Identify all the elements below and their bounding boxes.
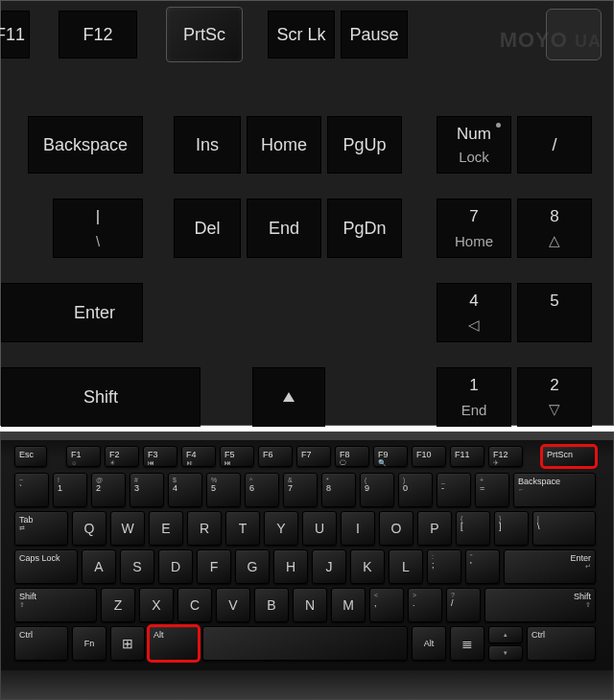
lkey-f9[interactable]: F9🔍 <box>373 446 408 467</box>
key-backspace[interactable]: Backspace <box>28 116 143 174</box>
lkey-d[interactable]: D <box>158 549 193 584</box>
lkey-f12[interactable]: F12✈ <box>488 446 523 467</box>
lkey-lshift[interactable]: Shift⇧ <box>14 588 97 622</box>
lkey-5[interactable]: %5 <box>206 473 241 507</box>
lkey-1[interactable]: !1 <box>53 473 87 507</box>
lkey-i[interactable]: I <box>341 511 375 546</box>
lkey-t[interactable]: T <box>225 511 260 546</box>
lkey-equals[interactable]: += <box>475 473 509 507</box>
lkey-2[interactable]: @2 <box>91 473 126 507</box>
lkey-e[interactable]: E <box>149 511 183 546</box>
lkey-rshift[interactable]: Shift⇧ <box>484 588 596 622</box>
key-f12[interactable]: F12 <box>59 11 137 58</box>
lkey-p[interactable]: P <box>417 511 452 546</box>
lkey-f4[interactable]: F4⏯ <box>181 446 216 467</box>
lkey-6[interactable]: ^6 <box>245 473 279 507</box>
lkey-v II[interactable]: V <box>216 588 250 622</box>
lkey-w[interactable]: W <box>110 511 145 546</box>
lkey-j[interactable]: J <box>312 549 346 584</box>
lkey-r[interactable]: R <box>187 511 222 546</box>
lkey-o[interactable]: O <box>379 511 413 546</box>
lkey-space[interactable] <box>202 626 408 661</box>
lkey-tab[interactable]: Tab⇄ <box>14 511 68 546</box>
key-up-arrow[interactable] <box>252 367 325 427</box>
key-num1[interactable]: 1End <box>437 367 511 427</box>
lkey-prtscn[interactable]: PrtScn <box>542 446 596 467</box>
lkey-backslash[interactable]: |\ <box>532 511 596 546</box>
lkey-b[interactable]: B <box>254 588 289 622</box>
key-pause[interactable]: Pause <box>341 11 408 58</box>
lkey-m[interactable]: M <box>331 588 366 622</box>
key-enter[interactable]: Enter <box>1 283 143 342</box>
key-num5[interactable]: 5 <box>517 283 592 342</box>
lkey-fn[interactable]: Fn <box>72 626 106 661</box>
lkey-semicolon[interactable]: :; <box>427 549 461 584</box>
key-pgdn[interactable]: PgDn <box>327 198 402 258</box>
lkey-menu[interactable]: ≣ <box>450 626 484 661</box>
lkey-f8[interactable]: F8🖵 <box>335 446 369 467</box>
lkey-esc[interactable]: Esc <box>14 446 47 467</box>
lkey-enter[interactable]: Enter↵ <box>504 549 596 584</box>
lkey-alt[interactable]: Alt <box>149 626 199 661</box>
lkey-f7[interactable]: F7 <box>296 446 331 467</box>
lkey-l[interactable]: L <box>389 549 423 584</box>
lkey-x[interactable]: X <box>139 588 174 622</box>
key-numlock[interactable]: NumLock <box>437 116 511 174</box>
lkey-4[interactable]: $4 <box>168 473 202 507</box>
key-shift[interactable]: Shift <box>1 367 201 427</box>
lkey-lbracket[interactable]: {[ <box>456 511 490 546</box>
lkey-y[interactable]: Y <box>264 511 298 546</box>
lkey-z[interactable]: Z <box>101 588 135 622</box>
key-scrlk[interactable]: Scr Lk <box>268 11 335 58</box>
key-num8[interactable]: 8△ <box>517 198 592 258</box>
key-prtsc[interactable]: PrtSc <box>166 7 243 62</box>
lkey-quote[interactable]: "' <box>465 549 500 584</box>
lkey-lctrl[interactable]: Ctrl <box>14 626 68 661</box>
lkey-f11[interactable]: F11 <box>450 446 484 467</box>
lkey-comma[interactable]: <, <box>369 588 404 622</box>
lkey-s[interactable]: S <box>120 549 154 584</box>
lkey-capslock[interactable]: Caps Lock <box>14 549 78 584</box>
key-slash[interactable]: / <box>517 116 592 174</box>
lkey-f1[interactable]: F1☼ <box>66 446 101 467</box>
lkey-7[interactable]: &7 <box>283 473 318 507</box>
key-ins[interactable]: Ins <box>174 116 241 174</box>
lkey-f5[interactable]: F5⏭ <box>220 446 254 467</box>
lkey-minus[interactable]: _- <box>437 473 471 507</box>
lkey-up[interactable]: ▴ <box>488 626 523 643</box>
key-backslash[interactable]: |\ <box>53 198 143 258</box>
lkey-c[interactable]: C <box>177 588 212 622</box>
key-home[interactable]: Home <box>247 116 321 174</box>
lkey-3[interactable]: #3 <box>130 473 164 507</box>
lkey-a[interactable]: A <box>82 549 116 584</box>
lkey-u[interactable]: U <box>302 511 337 546</box>
key-end[interactable]: End <box>247 198 321 258</box>
lkey-grave[interactable]: ~` <box>14 473 49 507</box>
lkey-8[interactable]: *8 <box>321 473 356 507</box>
lkey-k[interactable]: K <box>350 549 385 584</box>
lkey-windows[interactable]: ⊞ <box>110 626 145 661</box>
lkey-0[interactable]: )0 <box>398 473 433 507</box>
lkey-f[interactable]: F <box>197 549 231 584</box>
key-del[interactable]: Del <box>174 198 241 258</box>
key-pgup[interactable]: PgUp <box>327 116 402 174</box>
lkey-g[interactable]: G <box>235 549 270 584</box>
key-num2[interactable]: 2▽ <box>517 367 592 427</box>
lkey-n[interactable]: N <box>293 588 327 622</box>
key-f11[interactable]: F11 <box>1 11 30 58</box>
lkey-backspace[interactable]: Backspace← <box>513 473 596 507</box>
lkey-period[interactable]: >. <box>408 588 442 622</box>
lkey-h[interactable]: H <box>273 549 308 584</box>
lkey-down[interactable]: ▾ <box>488 645 523 661</box>
lkey-9[interactable]: (9 <box>360 473 394 507</box>
lkey-f2[interactable]: F2☀ <box>105 446 139 467</box>
key-num4[interactable]: 4◁ <box>437 283 511 342</box>
lkey-rctrl[interactable]: Ctrl <box>527 626 596 661</box>
lkey-slash[interactable]: ?/ <box>446 588 481 622</box>
lkey-f10[interactable]: F10 <box>412 446 446 467</box>
lkey-q[interactable]: Q <box>72 511 106 546</box>
lkey-rbracket[interactable]: }] <box>494 511 529 546</box>
lkey-f6[interactable]: F6 <box>258 446 293 467</box>
lkey-ralt[interactable]: Alt <box>412 626 446 661</box>
key-num7[interactable]: 7Home <box>437 198 511 258</box>
